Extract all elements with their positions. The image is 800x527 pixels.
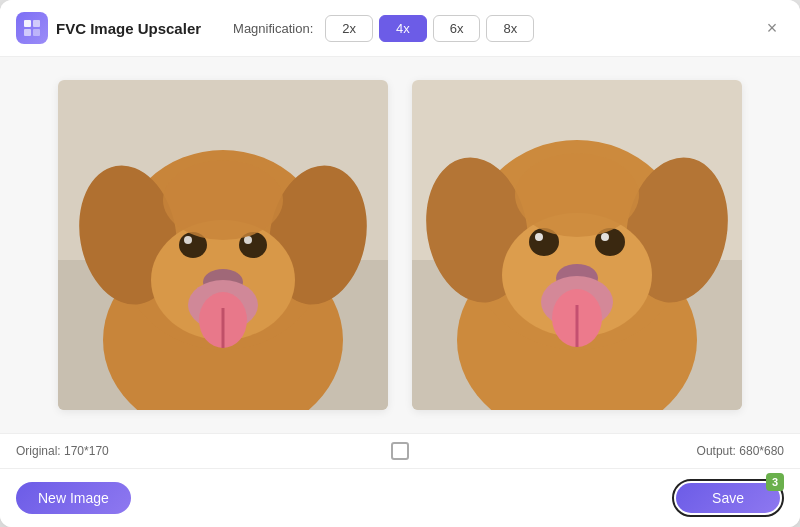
footer: New Image 3 Save xyxy=(0,468,800,527)
main-content xyxy=(0,57,800,433)
app-title: FVC Image Upscaler xyxy=(56,20,201,37)
save-badge: 3 xyxy=(766,473,784,491)
svg-point-13 xyxy=(184,236,192,244)
header: FVC Image Upscaler Magnification: 2x 4x … xyxy=(0,0,800,57)
svg-point-19 xyxy=(163,160,283,240)
mag-2x-button[interactable]: 2x xyxy=(325,15,373,42)
original-dog-image xyxy=(58,80,388,410)
save-button[interactable]: Save xyxy=(676,483,780,513)
svg-point-30 xyxy=(601,233,609,241)
center-crop-icon xyxy=(391,442,409,460)
save-area: 3 Save xyxy=(672,479,784,517)
original-size-label: Original: 170*170 xyxy=(16,444,109,458)
app-window: FVC Image Upscaler Magnification: 2x 4x … xyxy=(0,0,800,527)
magnification-group: 2x 4x 6x 8x xyxy=(325,15,534,42)
close-button[interactable]: × xyxy=(760,16,784,40)
svg-rect-1 xyxy=(33,20,40,27)
original-image-panel xyxy=(58,80,388,410)
svg-rect-3 xyxy=(33,29,40,36)
svg-rect-0 xyxy=(24,20,31,27)
new-image-button[interactable]: New Image xyxy=(16,482,131,514)
svg-point-35 xyxy=(515,153,639,237)
output-size-label: Output: 680*680 xyxy=(697,444,784,458)
svg-point-29 xyxy=(535,233,543,241)
bottom-bar: Original: 170*170 Output: 680*680 xyxy=(0,433,800,468)
logo-area: FVC Image Upscaler xyxy=(16,12,201,44)
mag-8x-button[interactable]: 8x xyxy=(486,15,534,42)
mag-6x-button[interactable]: 6x xyxy=(433,15,481,42)
svg-rect-2 xyxy=(24,29,31,36)
save-button-wrapper: 3 Save xyxy=(672,479,784,517)
app-logo-icon xyxy=(16,12,48,44)
svg-point-14 xyxy=(244,236,252,244)
upscaled-dog-image xyxy=(412,80,742,410)
magnification-label: Magnification: xyxy=(233,21,313,36)
mag-4x-button[interactable]: 4x xyxy=(379,15,427,42)
upscaled-image-panel xyxy=(412,80,742,410)
